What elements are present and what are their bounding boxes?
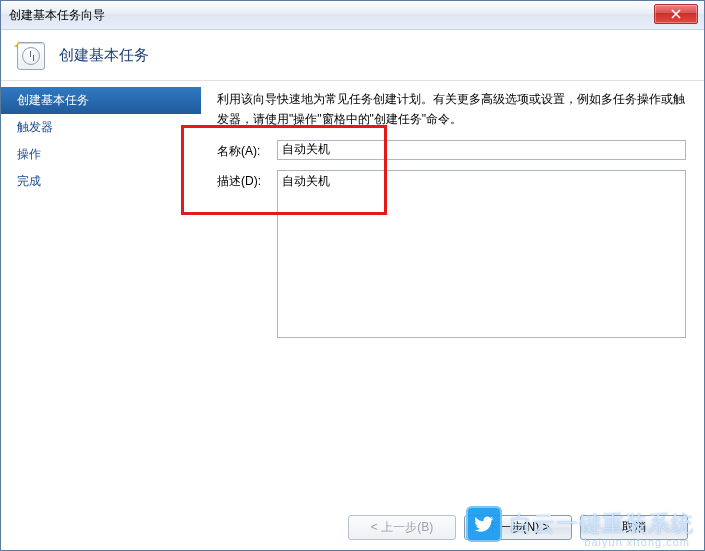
watermark-subtext: baiyun xitong.com xyxy=(584,536,690,548)
wizard-steps-sidebar: 创建基本任务 触发器 操作 完成 xyxy=(1,81,201,504)
wizard-header: 创建基本任务 xyxy=(1,30,704,81)
wizard-content: 利用该向导快速地为常见任务创建计划。有关更多高级选项或设置，例如多任务操作或触发… xyxy=(201,81,704,504)
step-create-basic-task[interactable]: 创建基本任务 xyxy=(1,87,201,114)
wizard-heading: 创建基本任务 xyxy=(59,46,149,65)
back-button: < 上一步(B) xyxy=(348,515,456,540)
close-icon xyxy=(671,9,681,19)
task-wizard-icon xyxy=(15,40,45,70)
step-trigger[interactable]: 触发器 xyxy=(1,114,201,141)
description-input[interactable] xyxy=(277,170,686,338)
name-label: 名称(A): xyxy=(217,140,277,160)
name-row: 名称(A): xyxy=(217,140,686,160)
intro-text: 利用该向导快速地为常见任务创建计划。有关更多高级选项或设置，例如多任务操作或触发… xyxy=(217,89,686,130)
wizard-window: 创建基本任务向导 创建基本任务 创建基本任务 触发器 操作 完成 利用该向导快速… xyxy=(0,0,705,551)
description-row: 描述(D): xyxy=(217,170,686,338)
description-label: 描述(D): xyxy=(217,170,277,190)
wizard-body: 创建基本任务 触发器 操作 完成 利用该向导快速地为常见任务创建计划。有关更多高… xyxy=(1,81,704,504)
name-input[interactable] xyxy=(277,140,686,160)
step-action[interactable]: 操作 xyxy=(1,141,201,168)
close-button[interactable] xyxy=(654,4,698,24)
next-button[interactable]: 下一步(N) > xyxy=(464,515,572,540)
window-title: 创建基本任务向导 xyxy=(9,7,105,24)
step-finish[interactable]: 完成 xyxy=(1,168,201,195)
titlebar: 创建基本任务向导 xyxy=(1,1,704,30)
